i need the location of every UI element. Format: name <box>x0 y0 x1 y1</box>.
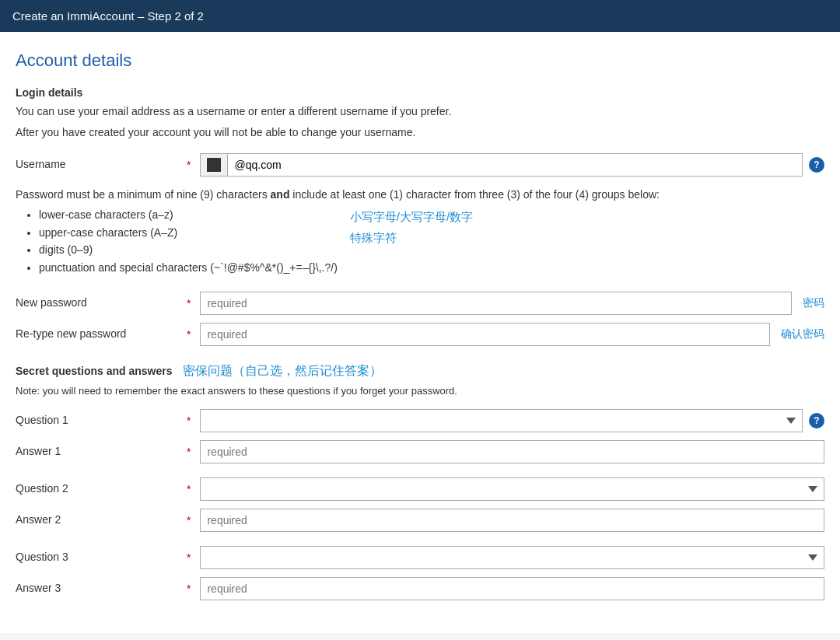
answer2-row: Answer 2 * <box>16 509 824 532</box>
retype-password-row: Re-type new password * 确认密码 <box>16 323 824 346</box>
question1-select[interactable] <box>200 409 803 432</box>
secret-section-label: Secret questions and answers <box>16 365 173 377</box>
login-description1: You can use your email address as a user… <box>16 103 824 120</box>
answer1-row: Answer 1 * <box>16 440 824 463</box>
question3-required-star: * <box>187 551 191 564</box>
question1-label: Question 1 <box>16 409 187 426</box>
answer2-control: * <box>187 509 824 532</box>
username-required-star: * <box>187 159 191 171</box>
question1-help-icon[interactable]: ? <box>809 413 824 428</box>
answer3-required-star: * <box>187 582 191 595</box>
retype-password-control: * 确认密码 <box>187 323 824 346</box>
answer1-input[interactable] <box>200 440 824 463</box>
login-section-label: Login details <box>16 86 824 99</box>
username-row: Username * ? <box>16 153 824 177</box>
answer3-label: Answer 3 <box>16 577 187 594</box>
answer2-input[interactable] <box>200 509 824 532</box>
question2-row: Question 2 * <box>16 477 824 501</box>
secret-section-note: Note: you will need to remember the exac… <box>16 385 824 397</box>
password-rule-1: lower-case characters (a–z) <box>39 206 338 223</box>
question2-label: Question 2 <box>16 477 187 495</box>
new-password-control: * 密码 <box>187 292 824 315</box>
username-black-square <box>207 158 221 172</box>
new-password-required-star: * <box>187 297 191 310</box>
login-description2: After you have created your account you … <box>16 124 824 141</box>
username-prefix <box>200 153 227 177</box>
new-password-input[interactable] <box>200 292 792 315</box>
answer1-label: Answer 1 <box>16 440 187 457</box>
answer2-label: Answer 2 <box>16 509 187 526</box>
question3-control: * <box>187 546 824 569</box>
password-rules-intro: Password must be a minimum of nine (9) c… <box>16 186 824 203</box>
answer1-required-star: * <box>187 446 191 458</box>
question2-required-star: * <box>187 483 191 495</box>
page-title: Account details <box>16 51 824 71</box>
new-password-chinese-hint: 密码 <box>803 296 824 310</box>
secret-section-header: Secret questions and answers 密保问题（自己选，然后… <box>16 362 824 380</box>
question1-row: Question 1 * ? <box>16 409 824 432</box>
question1-required-star: * <box>187 414 191 427</box>
username-input[interactable] <box>227 153 803 177</box>
password-rules-section: Password must be a minimum of nine (9) c… <box>16 186 824 279</box>
username-field-wrap <box>200 153 803 177</box>
username-help-icon[interactable]: ? <box>809 157 824 173</box>
retype-password-input[interactable] <box>200 323 770 346</box>
question2-select[interactable] <box>200 477 824 501</box>
new-password-label: New password <box>16 292 187 309</box>
question3-select[interactable] <box>200 546 824 569</box>
retype-password-chinese-hint: 确认密码 <box>781 327 824 341</box>
answer3-control: * <box>187 577 824 600</box>
password-chinese-annotation: 小写字母/大写字母/数字特殊字符 <box>350 206 473 248</box>
question3-row: Question 3 * <box>16 546 824 569</box>
secret-chinese-annotation: 密保问题（自己选，然后记住答案） <box>183 364 382 377</box>
username-label: Username <box>16 153 187 170</box>
question1-control: * ? <box>187 409 824 432</box>
answer3-row: Answer 3 * <box>16 577 824 600</box>
question3-label: Question 3 <box>16 546 187 563</box>
password-rule-2: upper-case characters (A–Z) <box>39 224 338 241</box>
password-rule-4: punctuation and special characters (~`!@… <box>39 259 338 276</box>
page-wrapper: Create an ImmiAccount – Step 2 of 2 Acco… <box>0 0 840 633</box>
header-bar: Create an ImmiAccount – Step 2 of 2 <box>0 0 840 32</box>
password-rule-3: digits (0–9) <box>39 241 338 258</box>
question2-control: * <box>187 477 824 501</box>
retype-password-label: Re-type new password <box>16 323 187 340</box>
retype-password-required-star: * <box>187 328 191 341</box>
header-title: Create an ImmiAccount – Step 2 of 2 <box>12 9 204 23</box>
username-control: * ? <box>187 153 824 177</box>
new-password-row: New password * 密码 <box>16 292 824 315</box>
password-rules-list: lower-case characters (a–z) upper-case c… <box>39 206 338 276</box>
main-content: Account details Login details You can us… <box>0 32 840 633</box>
answer1-control: * <box>187 440 824 463</box>
answer3-input[interactable] <box>200 577 824 600</box>
answer2-required-star: * <box>187 514 191 526</box>
